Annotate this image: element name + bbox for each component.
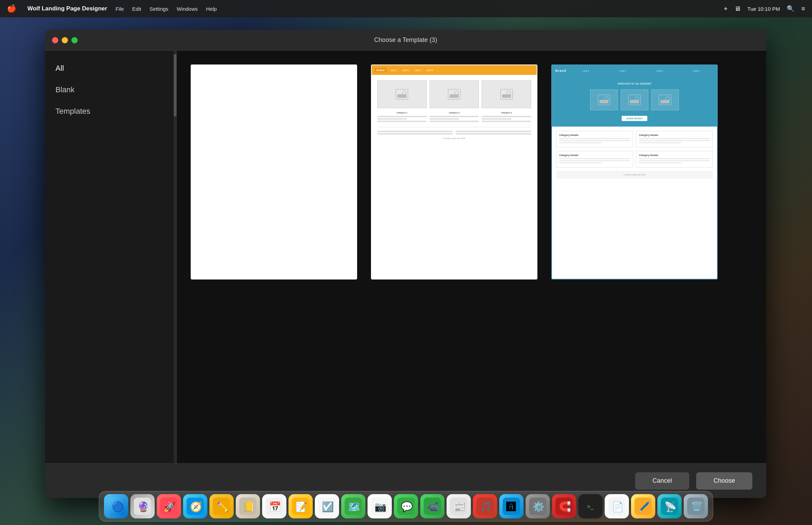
text-line [482,116,531,117]
dock-item-photos[interactable]: 📷 [368,494,392,518]
sidebar-scrollbar[interactable] [174,51,176,463]
orange-cat-label-1: Category 1 [377,112,427,114]
dock-item-draw[interactable]: 🖊️ [631,494,655,518]
blue-hero-title: Welcome to my website! [558,82,711,85]
svg-text:📒: 📒 [243,501,255,513]
text-line [377,121,427,122]
dock-item-appstore[interactable]: 🅰 [499,494,524,518]
template-card-blank[interactable] [191,64,357,279]
template-card-orange[interactable]: Brand Link 1 Link 2 Link 3 Link 4 [371,64,537,279]
text-line [639,140,710,141]
cancel-button[interactable]: Cancel [635,472,689,490]
blue-category-4: Category Header [636,151,713,167]
search-icon[interactable]: 🔍 [787,5,794,12]
dock-item-airdrop[interactable]: 📡 [657,494,682,518]
orange-bottom-col-2 [456,131,531,135]
text-line [639,160,710,161]
dock-item-textedit[interactable]: 📄 [605,494,629,518]
svg-text:💬: 💬 [401,501,413,513]
orange-image-3 [482,80,531,108]
dock-item-trash[interactable]: 🗑️ [684,494,708,518]
dock-item-facetime[interactable]: 📹 [420,494,444,518]
text-line [639,158,710,159]
orange-template-nav: Brand Link 1 Link 2 Link 3 Link 4 [372,65,537,75]
svg-text:📄: 📄 [612,501,624,513]
svg-text:📡: 📡 [664,501,676,513]
text-line [639,138,710,139]
dock-item-ubar[interactable]: 🧲 [552,494,576,518]
template-card-blue[interactable]: Brand Link 1 Link 2 Link 3 Link 4 Welcom… [551,64,718,279]
blue-nav-link1: Link 1 [569,70,603,72]
dialog-window: Choose a Template (3) All Blank Template… [45,30,766,498]
text-line [559,162,602,163]
dock-item-notes[interactable]: 📝 [288,494,313,518]
dialog-body: All Blank Templates Brand Link 1 Link 2 … [45,51,766,463]
dock-item-siri[interactable]: 🔮 [130,494,155,518]
text-line [482,118,511,120]
dock-item-reminders[interactable]: ☑️ [315,494,339,518]
dock-item-launchpad[interactable]: 🚀 [157,494,181,518]
dock-item-messages[interactable]: 💬 [394,494,418,518]
blue-hero-images [558,89,711,110]
svg-text:⚙️: ⚙️ [533,501,545,513]
orange-image-1 [377,80,427,108]
maximize-button[interactable] [71,37,78,43]
text-line [482,121,531,122]
blue-nav-link2: Link 2 [606,70,640,72]
text-line [559,140,630,141]
dock-item-finder[interactable]: 🔵 [104,494,128,518]
svg-text:🅰: 🅰 [506,501,516,512]
text-line [639,162,681,163]
sidebar-item-templates[interactable]: Templates [45,101,176,122]
orange-template-images [377,80,531,108]
menu-edit[interactable]: Edit [132,6,141,12]
blue-cat-title-1: Category Header [559,134,630,136]
cursor-icon: ⌖ [724,5,727,12]
orange-nav-link1: Link 1 [389,68,399,72]
svg-text:📰: 📰 [453,501,466,513]
menu-settings[interactable]: Settings [149,6,168,12]
title-bar: Choose a Template (3) [45,30,766,51]
display-icon: 🖥 [734,5,741,12]
menu-file[interactable]: File [115,6,124,12]
sidebar-scroll-thumb [174,54,176,117]
image-placeholder-icon [396,89,408,100]
orange-template-body: Category 1 Category 2 Category 3 [372,75,537,145]
text-line [377,116,427,117]
orange-nav-brand: Brand [374,68,387,72]
orange-category-labels: Category 1 Category 2 Category 3 [377,112,531,114]
minimize-button[interactable] [62,37,68,43]
dialog-title: Choose a Template (3) [374,36,437,44]
menu-help[interactable]: Help [206,6,217,12]
dock-item-contacts[interactable]: 📒 [236,494,260,518]
dock-item-sketch[interactable]: ✏️ [209,494,234,518]
list-icon[interactable]: ≡ [801,5,805,12]
svg-text:🗺️: 🗺️ [348,501,360,513]
sidebar-item-all[interactable]: All [45,58,176,79]
apple-logo-icon[interactable]: 🍎 [7,4,16,13]
choose-button[interactable]: Choose [696,472,752,490]
blue-category-3: Category Header [556,151,633,167]
close-button[interactable] [52,37,58,43]
dock-item-safari[interactable]: 🧭 [183,494,207,518]
blue-cta-button: Action Button [622,116,647,121]
menu-windows[interactable]: Windows [176,6,198,12]
dock-item-terminal[interactable]: >_ [578,494,603,518]
orange-cat-label-2: Category 2 [430,112,479,114]
dock-item-prefs[interactable]: ⚙️ [526,494,550,518]
dock-item-calendar[interactable]: 📅 [262,494,286,518]
blue-nav-brand: Brand [555,69,566,72]
svg-text:🚀: 🚀 [164,501,176,513]
dock-item-maps[interactable]: 🗺️ [341,494,365,518]
blue-image-2 [621,89,648,110]
orange-footer: Proudly made with Wolf [377,137,531,139]
image-placeholder-icon [448,89,460,100]
dock-item-music[interactable]: 🎵 [473,494,497,518]
orange-bottom-col-1 [377,131,453,135]
clock: Tue 10:10 PM [748,6,780,12]
svg-text:✏️: ✏️ [216,501,228,513]
orange-divider [377,127,531,127]
sidebar-item-blank[interactable]: Blank [45,79,176,101]
dock-item-news[interactable]: 📰 [447,494,471,518]
image-placeholder-icon [628,95,641,105]
